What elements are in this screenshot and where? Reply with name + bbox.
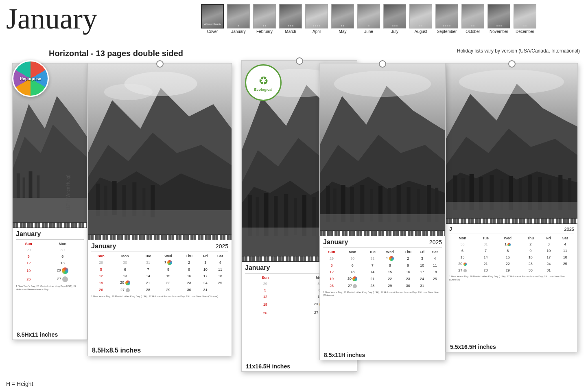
thumb-label-april: April — [313, 29, 321, 34]
wire-hole-v-right — [508, 60, 516, 68]
year-h-large: 2025 — [216, 243, 228, 250]
size-label-v-main: 8.5x11H inches — [321, 351, 367, 359]
thumb-october[interactable]: October — [460, 4, 486, 34]
svg-rect-56 — [320, 214, 445, 230]
thumb-label-december: December — [516, 29, 534, 34]
thumb-december[interactable]: December — [512, 4, 538, 34]
spiral-strip-h-large — [88, 234, 232, 240]
thumb-label-september: September — [437, 29, 457, 34]
month-name-v-main: January — [323, 239, 348, 246]
ecological-badge: ♻ Ecological — [245, 64, 282, 101]
thumb-november[interactable]: November — [486, 4, 512, 34]
thumb-july[interactable]: July — [382, 4, 408, 34]
ecological-label: Ecological — [254, 88, 272, 92]
spiral-strip-h-small — [13, 222, 87, 228]
svg-rect-5 — [29, 171, 33, 198]
svg-rect-75 — [446, 202, 577, 218]
thumb-may[interactable]: May — [330, 4, 356, 34]
card-horizontal-large: January 2025 Sun Mon Tue Wed Thu Fri Sat… — [87, 63, 232, 356]
thumb-march[interactable]: March — [278, 4, 304, 34]
month-name-v-right: J — [449, 226, 452, 232]
hung-label-h-large: (17" H When Hung) — [66, 175, 70, 210]
spiral-strip-v-right — [446, 218, 577, 224]
thumb-january[interactable]: January — [225, 4, 251, 34]
thumb-september[interactable]: September — [434, 4, 460, 34]
horizontal-section-label: Horizontal - 13 pages double sided — [49, 49, 183, 58]
footnote-v-main: 1 New Year's Day; 20 Martin Luther King … — [323, 291, 442, 298]
svg-rect-7 — [13, 198, 87, 222]
svg-point-21 — [104, 84, 153, 100]
card-vertical-right: J 2025 Mon Tue Wed Thu Fri Sat 30 31 1 — [446, 63, 578, 352]
svg-point-57 — [334, 71, 431, 97]
month-name-h-large: January — [91, 243, 116, 250]
thumb-august[interactable]: August — [408, 4, 434, 34]
thumb-label-march: March — [285, 29, 296, 34]
holiday-note: Holiday lists vary by version (USA/Canad… — [457, 48, 580, 54]
footnote-h-small: 1 New Year's Day; 20 Martin Luther King … — [16, 285, 84, 291]
recycle-icon: ♻ — [258, 74, 269, 88]
footnote-v-right: 1 New Year's Day; 20 Martin Luther King … — [449, 275, 574, 282]
footnote-h-large: 1 New Year's Day; 20 Martin Luther King … — [91, 295, 228, 298]
thumb-label-october: October — [466, 29, 480, 34]
thumb-cover[interactable]: Whisper County Cover — [199, 4, 225, 34]
svg-rect-3 — [17, 173, 20, 198]
thumb-label-august: August — [414, 29, 427, 34]
repurpose-badge: Repurpose — [12, 60, 49, 97]
thumb-label-february: February — [256, 29, 273, 34]
thumb-february[interactable]: February — [251, 4, 278, 34]
svg-rect-6 — [37, 175, 39, 198]
svg-rect-19 — [88, 210, 232, 234]
thumb-label-cover: Cover — [207, 29, 218, 34]
thumb-april[interactable]: April — [304, 4, 330, 34]
size-label-v-left: 11x16.5H inches — [243, 362, 293, 370]
thumb-label-november: November — [490, 29, 508, 34]
size-label-h-large: 8.5Hx8.5 inches — [90, 346, 143, 355]
thumb-label-june: June — [364, 29, 373, 34]
month-name-v-left: January — [245, 264, 270, 272]
january-title: January — [6, 4, 97, 33]
repurpose-label: Repurpose — [20, 77, 41, 81]
year-v-main: 2025 — [429, 239, 442, 245]
wire-hole-h-large — [156, 60, 164, 68]
spiral-strip-v-main — [320, 230, 445, 236]
thumb-label-may: May — [339, 29, 347, 34]
svg-rect-4 — [23, 177, 25, 198]
size-label-h-small: 8.5Hx11 inches — [14, 331, 60, 339]
thumbnail-strip: Whisper County Cover January February Ma… — [199, 4, 538, 34]
h-note: H = Height — [6, 381, 33, 387]
svg-point-76 — [459, 70, 564, 94]
card-horizontal-small: January Sun Mon 29 30 5 6 12 — [12, 63, 87, 340]
thumb-label-july: July — [391, 29, 398, 34]
wire-hole-v-main — [379, 60, 386, 68]
year-v-right: 2025 — [564, 227, 574, 232]
card-vertical-main: January 2025 Sun Mon Tue Wed Thu Fri Sat… — [319, 63, 446, 360]
thumb-june[interactable]: June — [356, 4, 382, 34]
thumb-label-january: January — [231, 29, 246, 34]
month-name-h-small: January — [16, 230, 41, 238]
wire-hole-v-left — [296, 57, 303, 65]
size-label-v-right: 5.5x16.5H inches — [448, 343, 498, 351]
